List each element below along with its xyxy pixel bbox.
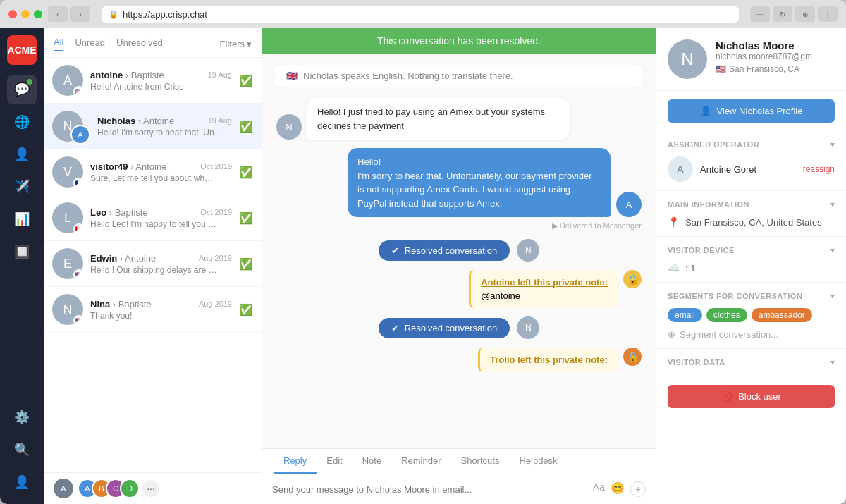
message-bubble-outgoing: Hello!I'm sorry to hear that. Unfortunat… (348, 148, 611, 217)
back-button[interactable]: ‹ (48, 6, 68, 22)
bottom-bar: A A B C D ··· (44, 472, 262, 504)
tag-ambassador[interactable]: ambassador (752, 308, 812, 322)
tab-all[interactable]: All (54, 37, 63, 51)
tab-unread[interactable]: Unread (75, 37, 105, 51)
sidebar-item-globe[interactable]: 🌐 (7, 107, 37, 137)
add-icon[interactable]: + (630, 481, 646, 497)
segment-placeholder: Segment conversation... (680, 329, 778, 340)
chat-messages: 🇬🇧 Nicholas speaks English. Nothing to t… (262, 54, 656, 448)
panel-section-header[interactable]: SEGMENTS FOR CONVERSATION ▾ (668, 291, 835, 301)
sidebar: ACME 💬 🌐 👤 ✈️ 📊 🔲 ⚙️ (0, 28, 44, 504)
conv-names: Nina › Baptiste (90, 299, 152, 309)
add-segment-icon: ⊕ (668, 329, 675, 340)
filters-button[interactable]: Filters ▾ (220, 39, 252, 49)
language-text: Nicholas speaks English. Nothing to tran… (303, 70, 513, 81)
operator-name: Antoine Goret (700, 164, 796, 175)
avatar: A 🇬🇧 (52, 65, 83, 96)
profile-header: N Nicholas Moore nicholas.moore8787@gm 🇺… (656, 28, 846, 91)
sidebar-item-settings[interactable]: ⚙️ (7, 402, 37, 432)
nav-btn-4[interactable]: ⋮ (818, 6, 838, 22)
avatar: V 🇫🇷 (52, 156, 83, 188)
reassign-link[interactable]: reassign (803, 164, 835, 174)
sidebar-item-analytics[interactable]: 📊 (7, 204, 37, 234)
reply-input[interactable] (272, 484, 587, 495)
tab-reply[interactable]: Reply (274, 449, 317, 474)
panel-section-header[interactable]: ASSIGNED OPERATOR ▾ (668, 140, 835, 149)
view-profile-button[interactable]: 👤 View Nicholas Profile (668, 99, 835, 123)
forward-button[interactable]: › (70, 6, 90, 22)
nav-btn-2[interactable]: ↻ (773, 6, 792, 22)
conv-preview: Hello! Antoine from Crisp (90, 82, 217, 92)
bottom-avatar: D (120, 479, 140, 498)
conv-body: Nina › Baptiste Aug 2019 Thank you! (90, 299, 232, 321)
conversation-item[interactable]: V 🇫🇷 visitor49 › Antoine Oct 2019 Sure, … (44, 149, 262, 195)
sidebar-item-conversations[interactable]: 💬 (7, 75, 37, 104)
sidebar-item-user[interactable]: 👤 (7, 467, 37, 497)
resolved-text-2: Resolved conversation (405, 323, 498, 333)
secondary-avatar: A (70, 125, 90, 145)
conversation-items: A 🇬🇧 antoine › Baptiste 19 Aug Hello! An… (44, 58, 262, 472)
more-avatars-button[interactable]: ··· (141, 479, 161, 498)
tag-clothes[interactable]: clothes (706, 308, 747, 322)
conv-date: Oct 2019 (200, 208, 232, 216)
conv-tabs: All Unread Unresolved Filters ▾ (54, 37, 252, 51)
conv-date: 19 Aug (208, 70, 232, 79)
check-icon: ✅ (239, 120, 253, 133)
conversations-icon: 💬 (14, 82, 30, 97)
font-size-icon[interactable]: Aa (593, 481, 605, 497)
sidebar-logo[interactable]: ACME (7, 35, 37, 65)
segment-input[interactable]: ⊕ Segment conversation... (668, 329, 835, 340)
conversation-item[interactable]: N 🇺🇸 A Nicholas › Antoine 19 Aug Hello! … (44, 104, 262, 149)
conv-item-right: ✅ (239, 211, 253, 225)
campaigns-icon: ✈️ (14, 179, 30, 195)
tab-shortcuts[interactable]: Shortcuts (450, 449, 509, 474)
block-user-button[interactable]: 🚫 Block user (668, 385, 835, 408)
nav-btn-3[interactable]: ⊕ (795, 6, 815, 22)
sidebar-item-search[interactable]: 🔍 (7, 435, 37, 465)
resolved-pill[interactable]: ✔ Resolved conversation (379, 240, 510, 261)
sidebar-item-campaigns[interactable]: ✈️ (7, 172, 37, 202)
panel-section-header[interactable]: VISITOR DEVICE ▾ (668, 245, 835, 255)
panel-section-header[interactable]: MAIN INFORMATION ▾ (668, 199, 835, 209)
tab-reminder[interactable]: Reminder (391, 449, 450, 474)
tab-unresolved[interactable]: Unresolved (116, 37, 163, 51)
emoji-icon[interactable]: 😊 (611, 481, 625, 497)
section-title: SEGMENTS FOR CONVERSATION (668, 292, 802, 300)
conv-list-header: All Unread Unresolved Filters ▾ (44, 28, 262, 58)
check-icon: ✅ (239, 257, 253, 271)
close-dot[interactable] (8, 10, 17, 18)
conv-item-right: ✅ (239, 257, 253, 271)
profile-email: nicholas.moore8787@gm (716, 51, 835, 61)
address-bar[interactable]: 🔒 https://app.crisp.chat (102, 6, 739, 23)
delivered-label: ▶ Delivered to Messenger (276, 221, 642, 231)
section-title: MAIN INFORMATION (668, 200, 749, 209)
sidebar-bottom: ⚙️ 🔍 👤 (7, 402, 37, 497)
tab-note[interactable]: Note (352, 449, 391, 474)
tab-helpdesk[interactable]: Helpdesk (509, 449, 567, 474)
check-icon: ✅ (239, 74, 253, 87)
tags-row: email clothes ambassador (668, 308, 835, 322)
plugins-icon: 🔲 (14, 244, 30, 259)
conv-item-right: ✅ (239, 120, 253, 133)
sidebar-item-contacts[interactable]: 👤 (7, 140, 37, 169)
message-avatar: A (616, 192, 642, 217)
sidebar-item-plugins[interactable]: 🔲 (7, 237, 37, 266)
panel-section-header[interactable]: VISITOR DATA ▾ (668, 357, 835, 367)
tag-email[interactable]: email (668, 308, 702, 322)
nav-btn-1[interactable]: ⋯ (750, 6, 770, 22)
resolved-check-icon: ✔ (391, 245, 399, 256)
reply-input-row: Aa 😊 + (262, 474, 656, 504)
conversation-item[interactable]: N 🇺🇸 Nina › Baptiste Aug 2019 Thank you!… (44, 287, 262, 333)
resolved-pill-2[interactable]: ✔ Resolved conversation (379, 318, 510, 338)
minimize-dot[interactable] (21, 10, 30, 18)
conversation-item[interactable]: A 🇬🇧 antoine › Baptiste 19 Aug Hello! An… (44, 58, 262, 104)
tab-edit[interactable]: Edit (317, 449, 352, 474)
conversation-item[interactable]: E 🇺🇸 Edwin › Antoine Aug 2019 Hello ! Ou… (44, 241, 262, 287)
right-panel: N Nicholas Moore nicholas.moore8787@gm 🇺… (656, 28, 846, 504)
conv-body: Leo › Baptiste Oct 2019 Hello Leo! I'm h… (90, 207, 232, 229)
conv-preview: Thank you! (90, 311, 217, 321)
language-bar: 🇬🇧 Nicholas speaks English. Nothing to t… (276, 65, 642, 87)
conversation-item[interactable]: L 🇨🇦 Leo › Baptiste Oct 2019 Hello Leo! … (44, 195, 262, 241)
maximize-dot[interactable] (34, 10, 42, 18)
conv-preview: Hello ! Our shipping delays are between … (90, 265, 217, 275)
